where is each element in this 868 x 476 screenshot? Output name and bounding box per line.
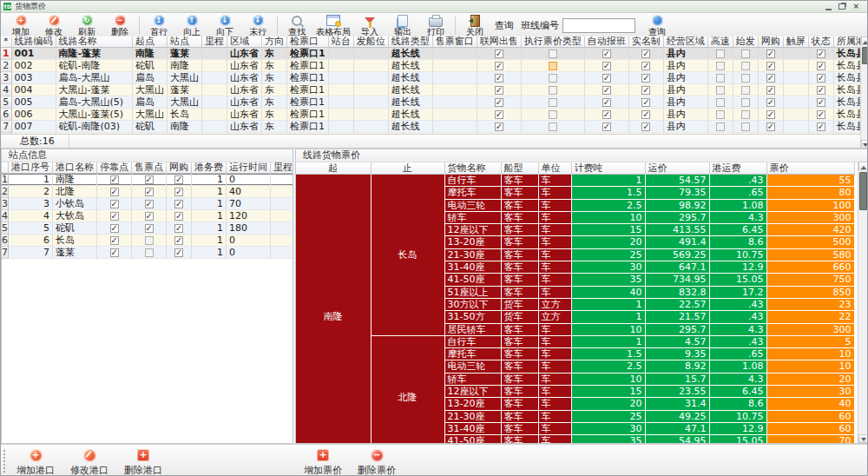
cell[interactable]: 6.45 bbox=[709, 386, 766, 398]
checkbox[interactable] bbox=[110, 248, 119, 257]
checkbox[interactable] bbox=[549, 122, 557, 131]
cell[interactable]: 检票口1 bbox=[287, 84, 329, 96]
cell[interactable]: 县内 bbox=[663, 121, 707, 133]
origin-cell[interactable]: 南隆 bbox=[296, 175, 371, 445]
cell[interactable]: 647.1 bbox=[645, 261, 709, 274]
cell[interactable]: 南隆 bbox=[168, 60, 202, 72]
cell[interactable]: 长岛 bbox=[168, 109, 202, 121]
cell[interactable]: 县内 bbox=[663, 84, 707, 96]
route-row[interactable]: 2002砣矶-南隆砣矶南隆山东省东检票口1超长线县内长岛县交通服务... bbox=[1, 60, 860, 72]
column-header[interactable]: 运价 bbox=[645, 162, 709, 175]
cell[interactable] bbox=[707, 109, 733, 121]
station-row[interactable]: 22北隆140 bbox=[2, 186, 293, 198]
station-row[interactable]: 33小钦岛170 bbox=[2, 198, 293, 210]
cell[interactable]: 长岛县交通服务... bbox=[833, 48, 860, 60]
cell[interactable]: 41-50座 bbox=[444, 435, 501, 444]
cell[interactable] bbox=[271, 222, 294, 235]
cell[interactable]: 车 bbox=[538, 323, 571, 335]
cell[interactable] bbox=[628, 109, 663, 121]
cell[interactable]: 15 bbox=[571, 386, 645, 398]
cell[interactable] bbox=[628, 72, 663, 84]
column-header[interactable]: 运行时间 bbox=[227, 162, 271, 174]
cell[interactable]: 832.8 bbox=[645, 286, 709, 298]
checkbox[interactable] bbox=[817, 86, 825, 95]
cell[interactable]: 30 bbox=[571, 422, 645, 434]
cell[interactable]: 002 bbox=[11, 60, 56, 72]
cell[interactable] bbox=[758, 109, 783, 121]
cell[interactable]: .43 bbox=[709, 335, 766, 347]
cell[interactable] bbox=[521, 72, 584, 84]
cell[interactable]: 自行车 bbox=[444, 335, 501, 347]
cell[interactable]: 东 bbox=[262, 121, 287, 133]
cell[interactable] bbox=[353, 109, 388, 121]
cell[interactable]: 10 bbox=[571, 211, 645, 223]
cell[interactable]: 20 bbox=[571, 236, 645, 248]
cell[interactable]: 摩托车 bbox=[444, 348, 501, 360]
checkbox[interactable] bbox=[766, 50, 775, 58]
checkbox[interactable] bbox=[817, 98, 825, 107]
cell[interactable]: 80 bbox=[766, 187, 854, 199]
checkbox[interactable] bbox=[495, 122, 503, 131]
toolbar-refresh-button[interactable]: ↻刷新 bbox=[70, 14, 103, 37]
column-header[interactable]: 里程 bbox=[202, 36, 227, 48]
toolbar-move-down-button[interactable]: ↓向下 bbox=[208, 14, 241, 37]
checkbox[interactable] bbox=[766, 110, 775, 119]
cell[interactable]: 70 bbox=[766, 435, 854, 444]
checkbox[interactable] bbox=[549, 98, 557, 107]
station-row[interactable]: 66长岛10 bbox=[2, 235, 293, 247]
toolbar-move-up-button[interactable]: ↑向上 bbox=[175, 14, 208, 37]
cell[interactable] bbox=[432, 121, 477, 133]
cell[interactable] bbox=[97, 247, 132, 259]
cell[interactable]: 17.2 bbox=[709, 286, 766, 298]
checkbox[interactable] bbox=[716, 74, 725, 83]
cell[interactable]: 南隆 bbox=[53, 174, 97, 186]
cell[interactable]: 山东省 bbox=[227, 109, 262, 121]
minimize-icon[interactable] bbox=[825, 3, 832, 10]
cell[interactable]: 10 bbox=[766, 348, 854, 360]
column-header[interactable]: 起点 bbox=[133, 36, 168, 48]
column-header[interactable]: 止 bbox=[371, 162, 444, 175]
cell[interactable] bbox=[132, 210, 167, 222]
row-number[interactable]: 3 bbox=[2, 198, 9, 210]
route-row[interactable]: 4004大黑山-蓬莱大黑山蓬莱山东省东检票口1超长线县内长岛县交通服务... bbox=[1, 84, 860, 96]
cell[interactable]: 东 bbox=[262, 84, 287, 96]
cell[interactable]: 15 bbox=[571, 224, 645, 236]
cell[interactable]: 检票口1 bbox=[287, 72, 329, 84]
cell[interactable]: 超长线 bbox=[388, 72, 432, 84]
cell[interactable]: 长岛 bbox=[53, 235, 97, 247]
cell[interactable] bbox=[271, 198, 294, 210]
cell[interactable] bbox=[758, 84, 783, 96]
cell[interactable] bbox=[733, 60, 758, 72]
cell[interactable] bbox=[132, 247, 167, 259]
cell[interactable] bbox=[353, 121, 388, 133]
cell[interactable]: 15.05 bbox=[709, 274, 766, 286]
column-header[interactable]: 区域 bbox=[227, 36, 262, 48]
cell[interactable] bbox=[328, 60, 353, 72]
cell[interactable] bbox=[432, 84, 477, 96]
cell[interactable] bbox=[353, 72, 388, 84]
cell[interactable] bbox=[758, 121, 783, 133]
cell[interactable]: 10 bbox=[766, 360, 854, 373]
cell[interactable]: 超长线 bbox=[388, 109, 432, 121]
cell[interactable] bbox=[328, 109, 353, 121]
cell[interactable] bbox=[733, 121, 758, 133]
cell[interactable] bbox=[271, 247, 294, 259]
cell[interactable]: .65 bbox=[709, 348, 766, 360]
route-row[interactable]: 1001南隆-蓬莱南隆蓬莱山东省东检票口1超长线县内长岛县交通服务... bbox=[1, 48, 860, 60]
cell[interactable]: 580 bbox=[766, 248, 854, 261]
cell[interactable] bbox=[432, 96, 477, 109]
cell[interactable]: 3 bbox=[9, 198, 53, 210]
cell[interactable]: 1.5 bbox=[571, 187, 645, 199]
cell[interactable]: 120 bbox=[227, 210, 271, 222]
toolbar-print-button[interactable]: 打印 bbox=[419, 14, 452, 37]
cell[interactable] bbox=[97, 222, 132, 235]
checkbox[interactable] bbox=[174, 175, 183, 184]
cell[interactable] bbox=[477, 72, 521, 84]
cell[interactable]: 23 bbox=[766, 298, 854, 310]
cell[interactable]: 砣矶 bbox=[53, 222, 97, 235]
cell[interactable]: 0 bbox=[227, 174, 271, 186]
cell[interactable] bbox=[97, 186, 132, 198]
cell[interactable]: 砣矶 bbox=[133, 60, 168, 72]
row-number[interactable]: 4 bbox=[1, 84, 11, 96]
route-row[interactable]: 7007砣矶-南隆(03)砣矶南隆山东省东检票口1超长线县内长岛县交通服务... bbox=[1, 121, 860, 133]
